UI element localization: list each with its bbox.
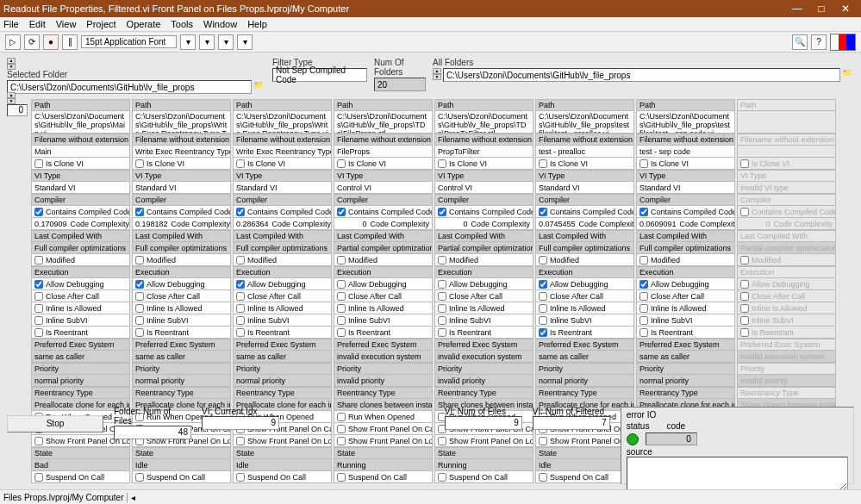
browse-all-folder-icon[interactable]: 📁 bbox=[842, 68, 854, 78]
browse-folder-icon[interactable]: 📁 bbox=[253, 80, 265, 90]
menu-operate[interactable]: Operate bbox=[127, 19, 161, 29]
run-cont-button[interactable]: ⟳ bbox=[24, 34, 40, 50]
inline-allowed-checkbox[interactable]: Inline Is Allowed bbox=[636, 302, 735, 314]
allow-debug-checkbox[interactable]: Allow Debugging bbox=[233, 278, 332, 290]
menu-view[interactable]: View bbox=[56, 19, 77, 29]
compiled-code-checkbox[interactable]: Contains Compiled Code bbox=[31, 206, 130, 218]
array-index-stepper[interactable]: ▲▼ bbox=[7, 92, 16, 104]
menu-tools[interactable]: Tools bbox=[171, 19, 193, 29]
index-stepper[interactable]: ▲▼ bbox=[7, 58, 264, 70]
last-compiled-header: Last Compiled With bbox=[737, 230, 836, 242]
reentrant-checkbox[interactable]: Is Reentrant bbox=[132, 327, 231, 339]
modified-checkbox[interactable]: Modified bbox=[737, 254, 836, 266]
compiled-code-checkbox[interactable]: Contains Compiled Code bbox=[434, 206, 533, 218]
inline-subvi-checkbox[interactable]: Inline SubVI bbox=[132, 314, 231, 327]
compiled-code-checkbox[interactable]: Contains Compiled Code bbox=[636, 206, 735, 218]
is-clone-checkbox[interactable]: Is Clone VI bbox=[132, 158, 231, 170]
compiled-code-checkbox[interactable]: Contains Compiled Code bbox=[334, 206, 433, 218]
inline-allowed-checkbox[interactable]: Inline Is Allowed bbox=[31, 302, 130, 314]
close-after-call-checkbox[interactable]: Close After Call bbox=[132, 290, 231, 302]
menu-edit[interactable]: Edit bbox=[29, 19, 46, 29]
distribute-button[interactable]: ▾ bbox=[199, 34, 215, 50]
filter-type-value[interactable]: Not Sep Compiled Code bbox=[272, 68, 367, 82]
is-clone-checkbox[interactable]: Is Clone VI bbox=[31, 158, 130, 170]
modified-checkbox[interactable]: Modified bbox=[434, 254, 533, 266]
menu-file[interactable]: File bbox=[3, 19, 19, 29]
folder-numfiles-label: Folder: Num of Files bbox=[114, 407, 191, 426]
allow-debug-checkbox[interactable]: Allow Debugging bbox=[434, 278, 533, 290]
menu-help[interactable]: Help bbox=[247, 19, 267, 29]
modified-checkbox[interactable]: Modified bbox=[636, 254, 735, 266]
reorder-button[interactable]: ▾ bbox=[237, 34, 253, 50]
vi-icon[interactable] bbox=[830, 34, 856, 51]
menu-window[interactable]: Window bbox=[203, 19, 237, 29]
stop-button[interactable]: Stop bbox=[7, 415, 103, 432]
modified-checkbox[interactable]: Modified bbox=[233, 254, 332, 266]
run-button[interactable]: ▷ bbox=[5, 34, 21, 50]
reentrant-checkbox[interactable]: Is Reentrant bbox=[233, 327, 332, 339]
reentrant-checkbox[interactable]: Is Reentrant bbox=[31, 327, 130, 339]
is-clone-checkbox[interactable]: Is Clone VI bbox=[737, 158, 836, 170]
reentrant-checkbox[interactable]: Is Reentrant bbox=[737, 327, 836, 339]
modified-checkbox[interactable]: Modified bbox=[132, 254, 231, 266]
modified-checkbox[interactable]: Modified bbox=[535, 254, 634, 266]
inline-allowed-checkbox[interactable]: Inline Is Allowed bbox=[334, 302, 433, 314]
close-button[interactable]: ✕ bbox=[833, 3, 858, 15]
inline-subvi-checkbox[interactable]: Inline SubVI bbox=[636, 314, 735, 327]
close-after-call-checkbox[interactable]: Close After Call bbox=[636, 290, 735, 302]
reentrant-checkbox[interactable]: Is Reentrant bbox=[434, 327, 533, 339]
is-clone-checkbox[interactable]: Is Clone VI bbox=[434, 158, 533, 170]
close-after-call-checkbox[interactable]: Close After Call bbox=[737, 290, 836, 302]
is-clone-checkbox[interactable]: Is Clone VI bbox=[233, 158, 332, 170]
compiled-code-checkbox[interactable]: Contains Compiled Code bbox=[737, 206, 836, 218]
align-button[interactable]: ▾ bbox=[180, 34, 196, 50]
allow-debug-checkbox[interactable]: Allow Debugging bbox=[737, 278, 836, 290]
allow-debug-checkbox[interactable]: Allow Debugging bbox=[132, 278, 231, 290]
status-chevron-left-icon[interactable]: ◂ bbox=[127, 493, 135, 502]
close-after-call-checkbox[interactable]: Close After Call bbox=[434, 290, 533, 302]
close-after-call-checkbox[interactable]: Close After Call bbox=[31, 290, 130, 302]
close-after-call-checkbox[interactable]: Close After Call bbox=[334, 290, 433, 302]
reentrant-checkbox[interactable]: Is Reentrant bbox=[535, 327, 634, 339]
abort-button[interactable]: ● bbox=[43, 34, 59, 50]
all-folders-stepper[interactable]: ▲▼ bbox=[433, 68, 441, 82]
maximize-button[interactable]: □ bbox=[809, 3, 833, 15]
compiled-code-checkbox[interactable]: Contains Compiled Code bbox=[132, 206, 231, 218]
inline-subvi-checkbox[interactable]: Inline SubVI bbox=[434, 314, 533, 327]
is-clone-checkbox[interactable]: Is Clone VI bbox=[636, 158, 735, 170]
help-toggle-button[interactable]: ? bbox=[811, 34, 827, 50]
inline-allowed-checkbox[interactable]: Inline Is Allowed bbox=[535, 302, 634, 314]
compiled-code-checkbox[interactable]: Contains Compiled Code bbox=[535, 206, 634, 218]
inline-allowed-checkbox[interactable]: Inline Is Allowed bbox=[132, 302, 231, 314]
error-source-text[interactable] bbox=[627, 457, 848, 489]
pause-button[interactable]: ‖ bbox=[62, 34, 78, 50]
modified-checkbox[interactable]: Modified bbox=[334, 254, 433, 266]
allow-debug-checkbox[interactable]: Allow Debugging bbox=[31, 278, 130, 290]
inline-subvi-checkbox[interactable]: Inline SubVI bbox=[31, 314, 130, 327]
is-clone-checkbox[interactable]: Is Clone VI bbox=[334, 158, 433, 170]
inline-subvi-checkbox[interactable]: Inline SubVI bbox=[535, 314, 634, 327]
search-button[interactable]: 🔍 bbox=[792, 34, 808, 50]
inline-allowed-checkbox[interactable]: Inline Is Allowed bbox=[737, 302, 836, 314]
close-after-call-checkbox[interactable]: Close After Call bbox=[535, 290, 634, 302]
menu-project[interactable]: Project bbox=[86, 19, 115, 29]
compiled-code-checkbox[interactable]: Contains Compiled Code bbox=[233, 206, 332, 218]
modified-checkbox[interactable]: Modified bbox=[31, 254, 130, 266]
minimize-button[interactable]: — bbox=[785, 3, 809, 15]
allow-debug-checkbox[interactable]: Allow Debugging bbox=[535, 278, 634, 290]
inline-allowed-checkbox[interactable]: Inline Is Allowed bbox=[434, 302, 533, 314]
reentrant-checkbox[interactable]: Is Reentrant bbox=[636, 327, 735, 339]
path-header: Path bbox=[233, 99, 332, 111]
inline-subvi-checkbox[interactable]: Inline SubVI bbox=[334, 314, 433, 327]
inline-subvi-checkbox[interactable]: Inline SubVI bbox=[737, 314, 836, 327]
close-after-call-checkbox[interactable]: Close After Call bbox=[233, 290, 332, 302]
inline-allowed-checkbox[interactable]: Inline Is Allowed bbox=[233, 302, 332, 314]
array-index[interactable]: 0 bbox=[7, 104, 28, 116]
reentrant-checkbox[interactable]: Is Reentrant bbox=[334, 327, 433, 339]
is-clone-checkbox[interactable]: Is Clone VI bbox=[535, 158, 634, 170]
font-selector[interactable]: 15pt Application Font bbox=[81, 35, 177, 48]
allow-debug-checkbox[interactable]: Allow Debugging bbox=[334, 278, 433, 290]
inline-subvi-checkbox[interactable]: Inline SubVI bbox=[233, 314, 332, 327]
allow-debug-checkbox[interactable]: Allow Debugging bbox=[636, 278, 735, 290]
resize-button[interactable]: ▾ bbox=[218, 34, 234, 50]
